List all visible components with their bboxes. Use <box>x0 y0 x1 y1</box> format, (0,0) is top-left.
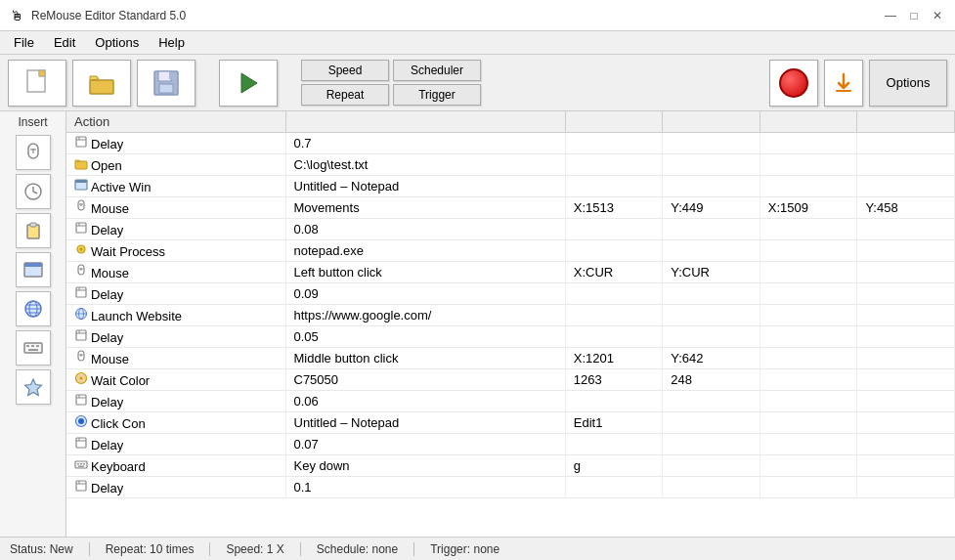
svg-rect-9 <box>836 90 851 92</box>
cell-x2 <box>760 326 857 348</box>
title-text: ReMouse Editor Standard 5.0 <box>31 9 881 22</box>
status-repeat: Repeat: 10 times <box>90 542 211 556</box>
trigger-button[interactable]: Trigger <box>393 84 481 106</box>
svg-rect-72 <box>80 463 82 465</box>
table-row[interactable]: Mouse Middle button click X:1201 Y:642 <box>66 348 955 369</box>
cell-y1 <box>663 176 760 197</box>
cell-x1: X:1201 <box>565 348 663 369</box>
menu-edit[interactable]: Edit <box>44 33 85 52</box>
action-icon <box>74 457 88 474</box>
insert-panel: Insert <box>0 111 66 537</box>
save-button[interactable] <box>137 60 195 107</box>
new-button[interactable] <box>8 60 66 107</box>
cell-detail: Middle button click <box>285 348 565 369</box>
cell-x2 <box>760 412 857 434</box>
minimize-button[interactable]: — <box>881 6 900 25</box>
action-table-container[interactable]: Action Delay 0.7 Open C:\l <box>66 111 955 537</box>
svg-rect-17 <box>30 223 36 227</box>
table-row[interactable]: Open C:\log\test.txt <box>66 154 955 176</box>
close-button[interactable]: ✕ <box>928 6 947 25</box>
cell-y2 <box>857 283 955 305</box>
table-row[interactable]: Delay 0.06 <box>66 391 955 412</box>
cell-action: Delay <box>66 477 285 498</box>
web-insert-button[interactable] <box>16 291 51 326</box>
clock-insert-button[interactable] <box>16 174 51 209</box>
table-row[interactable]: Delay 0.7 <box>66 133 955 154</box>
maximize-button[interactable]: □ <box>904 6 924 25</box>
record-button[interactable] <box>769 60 818 107</box>
svg-rect-26 <box>26 345 29 347</box>
svg-rect-54 <box>76 330 86 340</box>
table-row[interactable]: Launch Website https://www.google.com/ <box>66 305 955 326</box>
table-row[interactable]: Mouse Left button click X:CUR Y:CUR <box>66 262 955 283</box>
menu-options[interactable]: Options <box>85 33 149 52</box>
cell-x1: X:CUR <box>565 262 663 283</box>
special-insert-button[interactable] <box>16 369 51 405</box>
cell-y1: Y:449 <box>663 197 760 219</box>
scheduler-button[interactable]: Scheduler <box>393 60 481 81</box>
action-icon <box>74 307 88 323</box>
window-insert-button[interactable] <box>16 252 51 287</box>
speed-scheduler-group: Speed Scheduler Repeat Trigger <box>301 60 481 106</box>
cell-y1 <box>663 455 760 477</box>
cell-x1 <box>565 391 663 412</box>
cell-y2 <box>857 240 955 262</box>
mouse-insert-button[interactable] <box>16 135 51 170</box>
cell-x1 <box>565 283 663 305</box>
table-row[interactable]: Keyboard Key down g <box>66 455 955 477</box>
play-button[interactable] <box>219 60 278 107</box>
cell-detail: 0.05 <box>285 326 565 348</box>
repeat-button[interactable]: Repeat <box>301 84 389 106</box>
svg-rect-3 <box>90 80 113 94</box>
table-row[interactable]: Wait Color C75050 1263 248 <box>66 369 955 391</box>
cell-action: Delay <box>66 219 285 240</box>
cell-action: Launch Website <box>66 305 285 326</box>
menu-file[interactable]: File <box>4 33 44 52</box>
cell-y1 <box>663 219 760 240</box>
table-row[interactable]: Click Con Untitled – Notepad Edit1 <box>66 412 955 434</box>
cell-y2 <box>857 455 955 477</box>
cell-detail: Untitled – Notepad <box>285 412 565 434</box>
cell-detail: notepad.exe <box>285 240 565 262</box>
svg-rect-73 <box>83 463 85 465</box>
clipboard-insert-button[interactable] <box>16 213 51 248</box>
action-icon <box>74 221 88 237</box>
table-row[interactable]: Wait Process notepad.exe <box>66 240 955 262</box>
cell-x2 <box>760 455 857 477</box>
speed-button[interactable]: Speed <box>301 60 389 81</box>
svg-rect-27 <box>31 345 34 347</box>
cell-y1 <box>663 434 760 455</box>
cell-y1: Y:642 <box>663 348 760 369</box>
table-row[interactable]: Mouse Movements X:1513 Y:449 X:1509 Y:45… <box>66 197 955 219</box>
cell-x2 <box>760 219 857 240</box>
cell-x2 <box>760 348 857 369</box>
download-button[interactable] <box>824 60 863 107</box>
cell-detail: 0.08 <box>285 219 565 240</box>
cell-y2 <box>857 412 955 434</box>
keyboard-insert-button[interactable] <box>16 330 51 366</box>
svg-rect-75 <box>76 481 86 491</box>
open-button[interactable] <box>72 60 131 107</box>
cell-x2 <box>760 283 857 305</box>
options-button[interactable]: Options <box>869 60 947 107</box>
status-schedule: Schedule: none <box>301 542 414 556</box>
cell-y1 <box>663 391 760 412</box>
cell-x2 <box>760 154 857 176</box>
svg-rect-71 <box>77 463 79 465</box>
table-row[interactable]: Active Win Untitled – Notepad <box>66 176 955 197</box>
action-icon <box>74 393 88 409</box>
svg-rect-28 <box>36 345 39 347</box>
title-bar: 🖱 ReMouse Editor Standard 5.0 — □ ✕ <box>0 0 955 31</box>
table-row[interactable]: Delay 0.09 <box>66 283 955 305</box>
col-header-detail <box>285 111 565 133</box>
cell-y1 <box>663 133 760 154</box>
table-row[interactable]: Delay 0.1 <box>66 477 955 498</box>
table-row[interactable]: Delay 0.05 <box>66 326 955 348</box>
cell-detail: C:\log\test.txt <box>285 154 565 176</box>
table-row[interactable]: Delay 0.08 <box>66 219 955 240</box>
table-row[interactable]: Delay 0.07 <box>66 434 955 455</box>
cell-action: Delay <box>66 391 285 412</box>
cell-y2: Y:458 <box>857 197 955 219</box>
cell-detail: Untitled – Notepad <box>285 176 565 197</box>
menu-help[interactable]: Help <box>149 33 195 52</box>
